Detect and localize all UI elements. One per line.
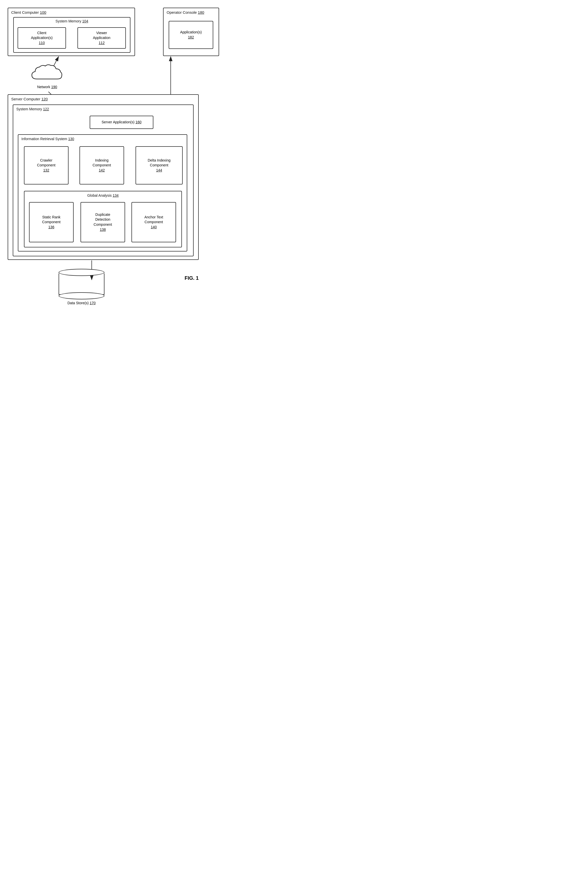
server-computer-box: Server Computer 120 System Memory 122 Se… (8, 94, 199, 260)
delta-indexing-component-box: Delta Indexing Component 144 (135, 146, 183, 185)
info-retrieval-number: 130 (68, 137, 74, 141)
viewer-app-number: 112 (99, 41, 105, 45)
cylinder-bottom (58, 292, 105, 299)
static-rank-box: Static Rank Component 136 (29, 202, 74, 242)
global-analysis-box: Global Analysis 134 Static Rank Componen… (24, 191, 182, 248)
delta-indexing-component-label: Delta Indexing Component 144 (148, 158, 171, 173)
server-app-box: Server Application(s) 160 (90, 116, 153, 129)
client-app-label: Client Application(s) 110 (31, 31, 53, 46)
system-memory-104-text: System Memory (56, 19, 81, 23)
network-text: Network (37, 85, 50, 89)
duplicate-detection-line2: Detection (95, 218, 110, 221)
viewer-app-box: Viewer Application 112 (78, 27, 126, 49)
duplicate-detection-box: Duplicate Detection Component 138 (81, 202, 125, 242)
operator-console-number: 180 (198, 10, 204, 15)
client-app-number: 110 (39, 41, 45, 45)
duplicate-detection-number: 138 (100, 228, 106, 232)
delta-indexing-number: 144 (156, 168, 162, 172)
static-rank-line1: Static Rank (42, 215, 61, 219)
viewer-app-label: Viewer Application 112 (93, 31, 111, 46)
anchor-text-number: 140 (151, 225, 157, 229)
client-app-box: Client Application(s) 110 (18, 27, 66, 49)
server-computer-label: Server Computer 120 (11, 97, 48, 101)
network-label: Network 190 (28, 85, 66, 89)
server-app-text: Server Application(s) (102, 120, 135, 124)
client-computer-box: Client Computer 100 System Memory 104 Cl… (8, 8, 135, 56)
delta-indexing-line1: Delta Indexing (148, 158, 171, 162)
figure-label: FIG. 1 (184, 275, 199, 281)
applications-182-label: Application(s) 182 (180, 30, 202, 40)
data-store-number: 170 (90, 301, 96, 305)
system-memory-104-label: System Memory 104 (56, 19, 88, 23)
info-retrieval-label: Information Retrieval System 130 (21, 137, 74, 141)
global-analysis-text: Global Analysis (87, 194, 112, 198)
client-computer-number: 100 (40, 10, 46, 15)
crawler-number: 132 (43, 168, 49, 172)
cylinder-top (58, 269, 105, 276)
network-cloud: Network 190 (28, 62, 66, 90)
operator-console-box: Operator Console 180 Application(s) 182 (163, 8, 219, 56)
duplicate-detection-line3: Component (93, 222, 112, 227)
cylinder-body (58, 273, 105, 295)
indexing-number: 142 (99, 168, 105, 172)
server-computer-text: Server Computer (11, 97, 40, 101)
info-retrieval-text: Information Retrieval System (21, 137, 67, 141)
anchor-text-line2: Component (144, 220, 163, 224)
server-app-number: 160 (135, 120, 141, 124)
crawler-component-box: Crawler Component 132 (24, 146, 69, 185)
client-app-line1: Client (37, 31, 46, 35)
server-computer-number: 120 (41, 97, 48, 101)
indexing-line1: Indexing (95, 158, 108, 162)
delta-indexing-line2: Component (150, 163, 168, 167)
client-computer-text: Client Computer (11, 10, 39, 15)
crawler-component-label: Crawler Component 132 (37, 158, 55, 173)
data-store-text: Data Store(s) (68, 301, 88, 305)
global-analysis-label: Global Analysis 134 (87, 194, 119, 198)
system-memory-122-box: System Memory 122 Server Application(s) … (13, 105, 194, 256)
data-store-label: Data Store(s) 170 (54, 301, 110, 305)
network-number: 190 (51, 85, 57, 89)
data-store-cylinder (58, 269, 105, 299)
client-computer-label: Client Computer 100 (11, 10, 46, 15)
anchor-text-box: Anchor Text Component 140 (132, 202, 176, 242)
duplicate-detection-line1: Duplicate (95, 213, 110, 216)
viewer-app-line1: Viewer (96, 31, 107, 35)
anchor-text-line1: Anchor Text (144, 215, 163, 219)
indexing-line2: Component (93, 163, 111, 167)
static-rank-number: 136 (48, 225, 54, 229)
operator-console-label: Operator Console 180 (166, 10, 204, 15)
system-memory-122-number: 122 (43, 107, 49, 111)
static-rank-line2: Component (42, 220, 60, 224)
system-memory-122-text: System Memory (16, 107, 42, 111)
viewer-app-line2: Application (93, 36, 111, 40)
info-retrieval-box: Information Retrieval System 130 Crawler… (18, 134, 187, 252)
data-store-container: Data Store(s) 170 (54, 269, 110, 305)
applications-182-box: Application(s) 182 (169, 21, 213, 49)
cloud-svg (31, 62, 64, 83)
anchor-text-label: Anchor Text Component 140 (144, 215, 163, 230)
duplicate-detection-label: Duplicate Detection Component 138 (93, 212, 112, 232)
system-memory-104-number: 104 (82, 19, 88, 23)
system-memory-104-box: System Memory 104 Client Application(s) … (13, 17, 130, 53)
diagram-container: Client Computer 100 System Memory 104 Cl… (8, 8, 219, 314)
global-analysis-number: 134 (112, 194, 118, 198)
applications-182-text: Application(s) (180, 30, 202, 34)
operator-console-text: Operator Console (166, 10, 196, 15)
indexing-component-label: Indexing Component 142 (93, 158, 111, 173)
system-memory-122-label: System Memory 122 (16, 107, 49, 111)
client-app-line2: Application(s) (31, 36, 53, 40)
applications-182-number: 182 (188, 35, 194, 39)
crawler-line1: Crawler (40, 158, 52, 162)
static-rank-label: Static Rank Component 136 (42, 215, 60, 230)
indexing-component-box: Indexing Component 142 (80, 146, 124, 185)
crawler-line2: Component (37, 163, 55, 167)
server-app-label: Server Application(s) 160 (102, 120, 141, 125)
